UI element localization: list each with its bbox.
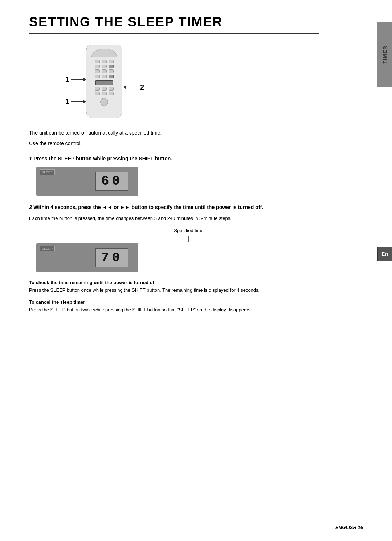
remote-label-2-text: 2	[140, 83, 144, 91]
footer-page: 16	[358, 525, 363, 530]
step-2-info: Each time the button is pressed, the tim…	[29, 215, 319, 222]
sidebar-en: En	[377, 247, 392, 261]
display-1-badge: SLEEP	[40, 169, 55, 175]
footer: ENGLISH 16	[335, 525, 363, 530]
step-1-text: Press the SLEEP button while pressing th…	[34, 156, 172, 161]
specified-time-label: Specified time	[58, 228, 319, 233]
specified-time-section: Specified time | SLEEP 70	[29, 228, 319, 272]
display-1-value: 60	[95, 172, 128, 191]
remote-label-2: 2	[123, 83, 144, 91]
remote-label-1-top: 1	[65, 75, 69, 84]
display-mockup-1: SLEEP 60	[36, 167, 319, 196]
sidebar-en-text: En	[381, 251, 388, 257]
step-2-number: 2	[29, 204, 34, 210]
display-mockup-2: SLEEP 70	[36, 243, 319, 272]
remote-illustration-area: 1 1	[65, 45, 319, 118]
intro-line1: The unit can be turned off automatically…	[29, 129, 319, 137]
note-2-title: To cancel the sleep timer	[29, 299, 319, 305]
remote-label-1-bottom: 1	[65, 98, 69, 106]
step-2-header: 2 Within 4 seconds, press the ◄◄ or ►► b…	[29, 203, 319, 212]
footer-text: ENGLISH	[335, 525, 356, 530]
step-1: 1 Press the SLEEP button while pressing …	[29, 155, 319, 196]
step-1-header: 1 Press the SLEEP button while pressing …	[29, 155, 319, 163]
specified-time-arrow-icon: |	[58, 235, 319, 242]
display-2-value: 70	[95, 248, 128, 267]
remote-control: 2	[86, 45, 122, 118]
sidebar-timer-text: TIMER	[382, 45, 388, 63]
sidebar-timer: TIMER	[377, 22, 392, 87]
note-1-text: Press the SLEEP button once while pressi…	[29, 287, 319, 294]
step-1-number: 1	[29, 155, 34, 161]
note-2: To cancel the sleep timer Press the SLEE…	[29, 299, 319, 313]
page-content: SETTING THE SLEEP TIMER 1 1	[0, 0, 348, 328]
page-title: SETTING THE SLEEP TIMER	[29, 15, 319, 34]
note-1: To check the time remaining until the po…	[29, 280, 319, 294]
display-2-badge: SLEEP	[40, 246, 55, 251]
note-2-text: Press the SLEEP button twice while press…	[29, 306, 319, 313]
step-2: 2 Within 4 seconds, press the ◄◄ or ►► b…	[29, 203, 319, 272]
note-1-title: To check the time remaining until the po…	[29, 280, 319, 285]
intro-line2: Use the remote control.	[29, 140, 319, 147]
step-2-text: Within 4 seconds, press the ◄◄ or ►► but…	[34, 204, 263, 210]
